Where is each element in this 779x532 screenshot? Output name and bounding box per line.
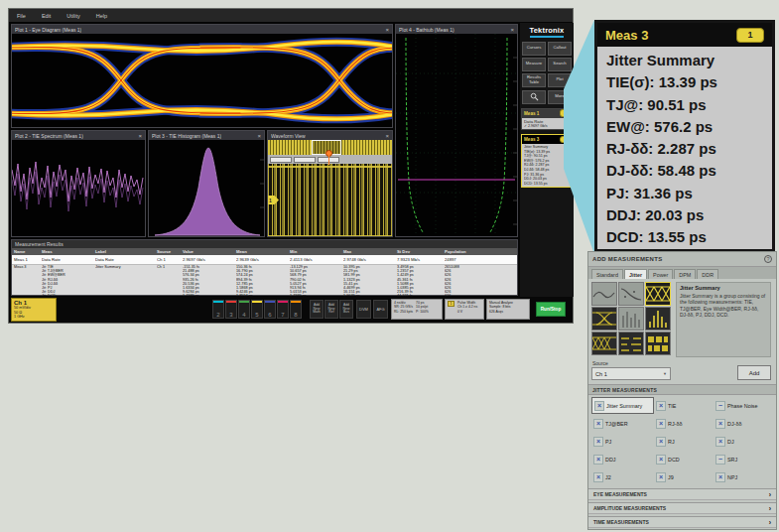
measurement-icon: × (656, 472, 666, 482)
readout-box[interactable] (270, 157, 292, 163)
meas3-callout-box: Meas 3 1 Jitter SummaryTIE(σ): 13.39 psT… (594, 20, 775, 252)
sidebar-button[interactable]: Results Table (522, 73, 546, 87)
measurement-category-tab[interactable]: Power (648, 269, 673, 279)
callout-header: Meas 3 1 (597, 23, 772, 47)
measurement-item[interactable]: × DJ (714, 433, 774, 450)
description-body: Jitter Summary is a group consisting of … (680, 293, 767, 319)
close-icon[interactable]: × (138, 133, 142, 139)
spectrum-thumb-icon (592, 283, 616, 305)
phase-noise-thumbnail[interactable] (618, 282, 644, 306)
measurement-item[interactable]: × DCD (654, 451, 714, 467)
jitter-measurements-section-header[interactable]: JITTER MEASUREMENTS (588, 384, 776, 395)
measurement-label: J2 (605, 474, 611, 480)
measurement-item[interactable]: × RJ-δδ (654, 415, 714, 432)
ddj-thumbnail[interactable] (645, 332, 671, 355)
measurement-item[interactable]: × TIE (654, 397, 714, 414)
measurement-category-tab[interactable]: Standard (591, 269, 623, 279)
plot2-title: Plot 2 - TIE Spectrum (Meas 1) (15, 133, 83, 139)
measurement-item[interactable]: × J2 (591, 468, 654, 485)
sidebar-button[interactable]: Measure (522, 58, 546, 71)
measurement-item[interactable]: × PJ (591, 433, 654, 450)
add-new-button[interactable]: Add New Ref (325, 300, 338, 319)
histogram-thumbnail[interactable] (645, 307, 671, 331)
rj-thumbnail[interactable] (618, 307, 644, 331)
collapsed-section[interactable]: AMPLITUDE MEASUREMENTS › (588, 502, 776, 514)
trigger-settings-badge[interactable]: 1 Pulse WidthCh 1 ≥ 4.2 ns0 V (445, 299, 484, 320)
close-icon[interactable]: × (257, 133, 261, 139)
cell: Data Rate (95, 257, 157, 262)
plot1-title: Plot 1 - Eye Diagram (Meas 1) (15, 27, 81, 33)
add-new-button[interactable]: Add New Math (310, 300, 324, 319)
close-icon[interactable]: × (510, 27, 514, 33)
measurement-item[interactable]: ~ Phase Noise (714, 397, 774, 414)
plot4-bathtub-panel: Plot 4 - Bathtub (Meas 1) × (395, 24, 518, 237)
jitter-value-line: Jitter Summary (606, 50, 772, 71)
channel-button[interactable]: 5 (251, 300, 263, 319)
tj-thumbnail[interactable] (591, 332, 617, 355)
help-icon[interactable]: ? (764, 255, 772, 263)
collapsed-section[interactable]: EYE MEASUREMENTS › (588, 488, 776, 500)
measurement-item[interactable]: ~ SRJ (714, 451, 774, 467)
eye-thumbnail[interactable] (591, 307, 617, 331)
meas1-badge-title: Meas 1 (524, 111, 539, 116)
spectrum-thumbnail[interactable] (591, 282, 617, 306)
measurement-item[interactable]: × NPJ (714, 468, 774, 485)
horizontal-settings-badge[interactable]: 4 ns/divSR: 25 GS/sRL: 250 kpts 70 ps10 … (391, 299, 443, 320)
channel-button[interactable]: 7 (277, 300, 289, 319)
plot1-eye-diagram-panel: Plot 1 - Eye Diagram (Meas 1) × (11, 24, 393, 128)
section-title: JITTER MEASUREMENTS (592, 387, 657, 393)
waveform-title-bar[interactable]: Waveform View × (268, 131, 392, 140)
dj-thumbnail[interactable] (618, 332, 644, 355)
description-title: Jitter Summary (680, 285, 767, 291)
plot3-title-bar[interactable]: Plot 3 - TIE Histogram (Meas 1) × (149, 131, 264, 140)
sidebar-button[interactable]: Cursors (522, 42, 546, 56)
plot1-title-bar[interactable]: Plot 1 - Eye Diagram (Meas 1) × (12, 25, 392, 34)
collapsed-section[interactable]: TIME MEASUREMENTS › (588, 516, 776, 528)
afg-button[interactable]: AFG (373, 300, 388, 319)
channel-button[interactable]: 8 (290, 300, 302, 319)
menu-item[interactable]: Help (96, 13, 107, 19)
source-dropdown[interactable]: Ch 1 ▼ (591, 367, 671, 380)
chevron-right-icon: › (769, 491, 771, 498)
zoom-button[interactable] (522, 90, 546, 104)
oscilloscope-window: FileEditUtilityHelp Plot 1 - Eye Diagram… (8, 8, 574, 324)
channel-button[interactable]: 6 (264, 300, 276, 319)
acquisition-settings-badge[interactable]: Manual AnalyzeSample: 8 bits626 Acqs (486, 299, 530, 320)
measurement-item[interactable]: × J9 (654, 468, 714, 485)
measurement-label: DDJ (605, 457, 615, 463)
bottom-bar: Ch 1 50 mV/div50 Ω1 GHz 2345678 Add New … (9, 297, 573, 323)
add-new-button[interactable]: Add New Bus (339, 300, 353, 319)
menu-item[interactable]: Utility (66, 13, 79, 19)
jitter-value-line: TIE(σ): 13.39 ps (606, 71, 772, 93)
add-new-bottom-label: Math (313, 311, 321, 315)
jitter-value-line: EW@: 576.2 ps (606, 116, 772, 138)
close-icon[interactable]: × (385, 133, 389, 139)
measurement-category-tab[interactable]: Jitter (624, 269, 647, 279)
menu-item[interactable]: File (17, 13, 26, 19)
measurement-category-tab[interactable]: DPM (674, 269, 696, 279)
eye-diagram-trace (12, 34, 392, 127)
dvm-button[interactable]: DVM (356, 300, 371, 319)
measurement-item[interactable]: × DJ-δδ (714, 415, 774, 432)
cell: 2.9748 Gb/s (343, 257, 397, 262)
add-button[interactable]: Add (737, 365, 771, 380)
channel-button[interactable]: 2 (212, 300, 224, 319)
measurement-item[interactable]: × Jitter Summary (591, 397, 654, 414)
measurement-item[interactable]: × RJ (654, 433, 714, 450)
readout-box[interactable] (294, 157, 316, 163)
close-icon[interactable]: × (385, 27, 389, 33)
tie-spectrum-trace (12, 140, 145, 236)
channel-1-badge[interactable]: Ch 1 50 mV/div50 Ω1 GHz (11, 298, 57, 322)
plot4-title-bar[interactable]: Plot 4 - Bathtub (Meas 1) × (396, 25, 517, 34)
channel-button[interactable]: 3 (225, 300, 237, 319)
menu-item[interactable]: Edit (42, 13, 51, 19)
measurement-item[interactable]: × TJ@BER (591, 415, 654, 432)
table-row-meas1[interactable]: Meas 1 Data Rate Data Rate Ch 1 2.9697 G… (12, 255, 517, 265)
run-stop-button[interactable]: Run/Stop (536, 302, 566, 317)
measurement-category-tab[interactable]: DDR (697, 269, 718, 279)
jitter-summary-thumbnail-selected[interactable] (645, 282, 671, 306)
add-measurements-panel: ADD MEASUREMENTS ? StandardJitterPowerDP… (587, 251, 777, 530)
channel-button[interactable]: 4 (238, 300, 250, 319)
plot2-title-bar[interactable]: Plot 2 - TIE Spectrum (Meas 1) × (12, 131, 145, 140)
measurement-item[interactable]: × DDJ (591, 451, 654, 467)
